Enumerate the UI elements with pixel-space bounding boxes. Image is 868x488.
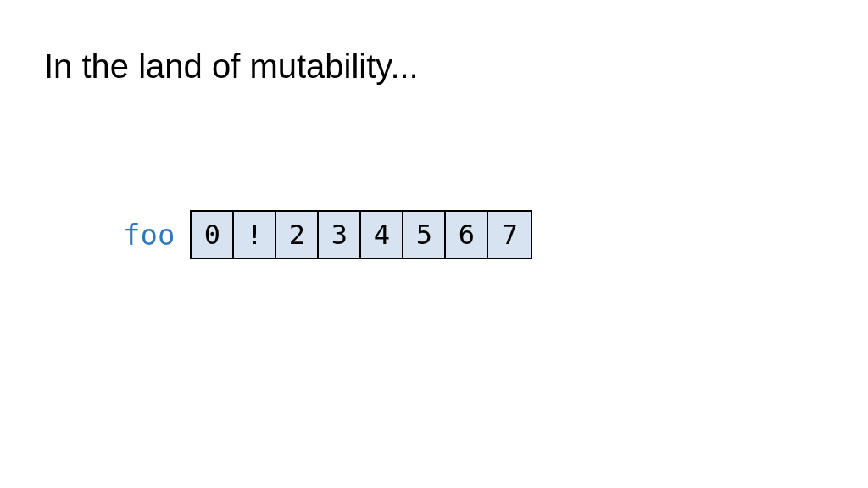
array-box: 0 ! 2 3 4 5 6 7 [190,210,532,259]
array-cell: ! [234,212,276,258]
slide-title: In the land of mutability... [44,47,419,86]
array-diagram: foo 0 ! 2 3 4 5 6 7 [123,210,532,259]
array-cell: 0 [192,212,234,258]
variable-label: foo [123,218,175,252]
array-cell: 3 [319,212,361,258]
array-cell: 2 [276,212,319,258]
array-cell: 6 [446,212,488,258]
array-cell: 7 [488,212,531,258]
array-cell: 4 [361,212,403,258]
array-cell: 5 [403,212,446,258]
